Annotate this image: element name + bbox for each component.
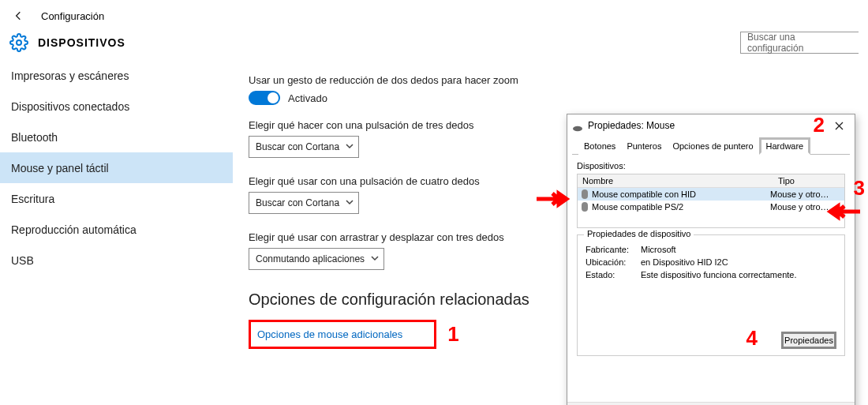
sidebar-item-autoplay[interactable]: Reproducción automática xyxy=(0,214,233,245)
mouse-properties-dialog: Propiedades: Mouse 2 Botones Punteros Op… xyxy=(567,114,855,405)
tab-pointers[interactable]: Punteros xyxy=(621,137,667,155)
svg-rect-3 xyxy=(582,202,588,212)
additional-mouse-options-link[interactable]: Opciones de mouse adicionales xyxy=(257,328,402,340)
annotation-3: 3 xyxy=(854,176,865,201)
related-header: Opciones de configuración relacionadas xyxy=(249,291,612,309)
toggle-state: Activado xyxy=(288,92,327,104)
sidebar-item-mouse[interactable]: Mouse y panel táctil xyxy=(0,152,233,183)
search-input[interactable]: Buscar una configuración xyxy=(740,32,859,54)
back-button[interactable] xyxy=(9,6,28,25)
four-tap-label: Elegir qué usar con una pulsación de cua… xyxy=(249,175,612,187)
col-type: Tipo xyxy=(773,174,844,187)
app-name: Configuración xyxy=(41,10,104,22)
three-drag-combo[interactable]: Conmutando aplicaciones xyxy=(249,248,384,270)
location-value: en Dispositivo HID I2C xyxy=(641,257,728,267)
three-tap-combo[interactable]: Buscar con Cortana xyxy=(249,136,359,158)
svg-point-1 xyxy=(573,126,582,131)
sidebar-item-typing[interactable]: Escritura xyxy=(0,183,233,214)
search-placeholder: Buscar una configuración xyxy=(747,32,852,54)
chevron-down-icon xyxy=(346,141,354,152)
tab-hardware[interactable]: Hardware xyxy=(759,137,811,155)
device-row-hid[interactable]: Mouse compatible con HID Mouse y otro… xyxy=(578,188,844,201)
four-tap-combo[interactable]: Buscar con Cortana xyxy=(249,192,359,214)
tab-buttons[interactable]: Botones xyxy=(578,137,621,155)
zoom-toggle[interactable] xyxy=(249,91,280,105)
properties-button[interactable]: Propiedades xyxy=(781,332,836,349)
three-drag-label: Elegir qué usar con arrastrar y desplaza… xyxy=(249,231,612,243)
sidebar: Impresoras y escáneres Dispositivos cone… xyxy=(0,60,233,405)
mouse-device-icon xyxy=(581,189,589,200)
sidebar-item-bluetooth[interactable]: Bluetooth xyxy=(0,122,233,152)
sidebar-item-connected[interactable]: Dispositivos conectados xyxy=(0,91,233,122)
mouse-device-icon xyxy=(581,201,589,212)
device-properties-group: Propiedades de dispositivo Fabricante:Mi… xyxy=(577,234,845,356)
close-button[interactable] xyxy=(828,117,850,134)
devices-list: 3 Nombre Tipo Mouse compatible con HID M… xyxy=(577,174,845,228)
annotation-1: 1 xyxy=(447,322,458,347)
status-key: Estado: xyxy=(586,270,641,279)
mouse-icon xyxy=(572,122,583,129)
chevron-down-icon xyxy=(371,253,379,264)
arrow-right-icon xyxy=(535,189,570,212)
svg-point-0 xyxy=(17,40,21,45)
tab-pointer-options[interactable]: Opciones de puntero xyxy=(667,137,758,155)
location-key: Ubicación: xyxy=(586,257,641,267)
dialog-title: Propiedades: Mouse xyxy=(588,120,675,131)
section-title: DISPOSITIVOS xyxy=(38,36,125,49)
annotation-4: 4 xyxy=(746,326,758,351)
three-tap-label: Elegir qué hacer con una pulsación de tr… xyxy=(249,119,612,131)
zoom-label: Usar un gesto de reducción de dos dedos … xyxy=(249,74,612,86)
sidebar-item-usb[interactable]: USB xyxy=(0,245,233,276)
device-properties-legend: Propiedades de dispositivo xyxy=(584,229,694,238)
svg-rect-2 xyxy=(582,189,588,199)
devices-label: Dispositivos: xyxy=(577,161,845,171)
sidebar-item-printers[interactable]: Impresoras y escáneres xyxy=(0,60,233,91)
manufacturer-value: Microsoft xyxy=(641,245,676,254)
arrow-left-icon xyxy=(827,202,862,224)
manufacturer-key: Fabricante: xyxy=(586,245,641,254)
col-name: Nombre xyxy=(578,174,773,187)
annotation-2: 2 xyxy=(814,113,825,137)
status-value: Este dispositivo funciona correctamente. xyxy=(641,270,797,279)
chevron-down-icon xyxy=(346,197,354,208)
device-row-ps2[interactable]: Mouse compatible PS/2 Mouse y otro… xyxy=(578,201,844,213)
gear-icon xyxy=(9,33,28,52)
